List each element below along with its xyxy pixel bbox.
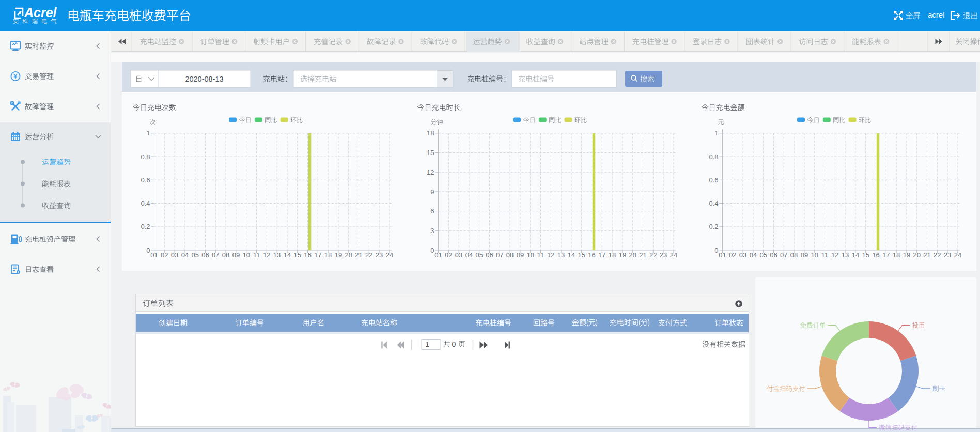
svg-text:14: 14 [568, 251, 575, 259]
svg-text:0.8: 0.8 [141, 153, 150, 161]
svg-text:08: 08 [506, 251, 514, 259]
svg-text:9: 9 [430, 188, 434, 196]
svg-text:23: 23 [660, 251, 667, 259]
svg-text:18: 18 [324, 251, 332, 259]
svg-text:01: 01 [434, 251, 442, 259]
svg-text:06: 06 [486, 251, 493, 259]
svg-text:0.4: 0.4 [141, 199, 150, 207]
svg-text:Acrel: Acrel [24, 5, 57, 20]
svg-text:13: 13 [273, 251, 281, 259]
svg-text:23: 23 [376, 251, 383, 259]
svg-text:2020-08-13: 2020-08-13 [185, 75, 223, 83]
svg-text:12: 12 [547, 251, 554, 259]
svg-text:16: 16 [872, 251, 879, 259]
svg-text:0.4: 0.4 [709, 199, 718, 207]
svg-text:11: 11 [537, 251, 545, 259]
svg-text:02: 02 [445, 251, 452, 259]
svg-text:06: 06 [201, 251, 209, 259]
svg-text:10: 10 [242, 251, 250, 259]
svg-text:22: 22 [649, 251, 657, 259]
svg-text:22: 22 [365, 251, 372, 259]
svg-text:19: 19 [619, 251, 626, 259]
svg-text:21: 21 [639, 251, 646, 259]
svg-text:17: 17 [882, 251, 890, 259]
svg-text:12: 12 [831, 251, 838, 259]
svg-text:0: 0 [430, 246, 434, 254]
svg-text:13: 13 [842, 251, 849, 259]
svg-text:0.6: 0.6 [141, 176, 150, 184]
svg-text:08: 08 [222, 251, 229, 259]
svg-text:05: 05 [475, 251, 483, 259]
svg-text:12: 12 [263, 251, 270, 259]
svg-text:15: 15 [293, 251, 301, 259]
svg-text:14: 14 [852, 251, 859, 259]
svg-text:0.6: 0.6 [709, 176, 718, 184]
svg-text:0.8: 0.8 [709, 153, 718, 161]
svg-text:24: 24 [386, 251, 393, 259]
svg-text:0: 0 [146, 246, 150, 254]
svg-text:10: 10 [526, 251, 534, 259]
svg-text:01: 01 [150, 251, 158, 259]
svg-text:1: 1 [425, 341, 429, 348]
svg-text:1: 1 [714, 129, 718, 137]
svg-text:07: 07 [780, 251, 787, 259]
svg-text:07: 07 [212, 251, 219, 259]
svg-text:16: 16 [588, 251, 595, 259]
svg-text:1: 1 [146, 129, 150, 137]
svg-text:15: 15 [862, 251, 869, 259]
svg-text:07: 07 [496, 251, 503, 259]
svg-text:13: 13 [557, 251, 565, 259]
svg-text:19: 19 [335, 251, 342, 259]
svg-text:20: 20 [345, 251, 352, 259]
svg-text:14: 14 [284, 251, 291, 259]
svg-text:21: 21 [355, 251, 362, 259]
svg-text:09: 09 [801, 251, 808, 259]
svg-text:0: 0 [452, 340, 456, 348]
svg-text:15: 15 [578, 251, 585, 259]
svg-text:6: 6 [430, 207, 434, 215]
svg-text:acrel: acrel [928, 10, 945, 19]
svg-text:17: 17 [598, 251, 605, 259]
svg-text:11: 11 [821, 251, 829, 259]
svg-text:01: 01 [719, 251, 726, 259]
svg-text:06: 06 [770, 251, 777, 259]
svg-text:09: 09 [517, 251, 524, 259]
svg-text:3: 3 [430, 227, 434, 235]
svg-text:03: 03 [455, 251, 462, 259]
svg-text:02: 02 [729, 251, 736, 259]
svg-text:19: 19 [903, 251, 910, 259]
svg-text:21: 21 [923, 251, 930, 259]
svg-text:08: 08 [790, 251, 798, 259]
svg-text:05: 05 [191, 251, 198, 259]
svg-text:04: 04 [465, 251, 473, 259]
svg-text:09: 09 [232, 251, 240, 259]
svg-text:04: 04 [181, 251, 189, 259]
svg-text:11: 11 [253, 251, 260, 259]
svg-text:03: 03 [171, 251, 178, 259]
svg-text:18: 18 [427, 129, 434, 137]
svg-text:10: 10 [811, 251, 818, 259]
svg-text:04: 04 [750, 251, 757, 259]
svg-text:23: 23 [944, 251, 951, 259]
svg-text:05: 05 [759, 251, 767, 259]
svg-text:16: 16 [304, 251, 311, 259]
svg-text:20: 20 [913, 251, 920, 259]
svg-text:0.2: 0.2 [709, 223, 718, 230]
svg-text:24: 24 [670, 251, 677, 259]
svg-text:18: 18 [609, 251, 616, 259]
svg-text:17: 17 [314, 251, 321, 259]
svg-text:18: 18 [893, 251, 900, 259]
svg-text:02: 02 [161, 251, 168, 259]
svg-text:03: 03 [739, 251, 746, 259]
svg-text:0.2: 0.2 [141, 223, 150, 230]
svg-text:15: 15 [427, 149, 434, 157]
svg-text:12: 12 [427, 168, 434, 176]
svg-text:22: 22 [934, 251, 941, 259]
svg-text:20: 20 [629, 251, 636, 259]
svg-text:24: 24 [954, 251, 961, 259]
svg-text:0: 0 [714, 246, 718, 254]
